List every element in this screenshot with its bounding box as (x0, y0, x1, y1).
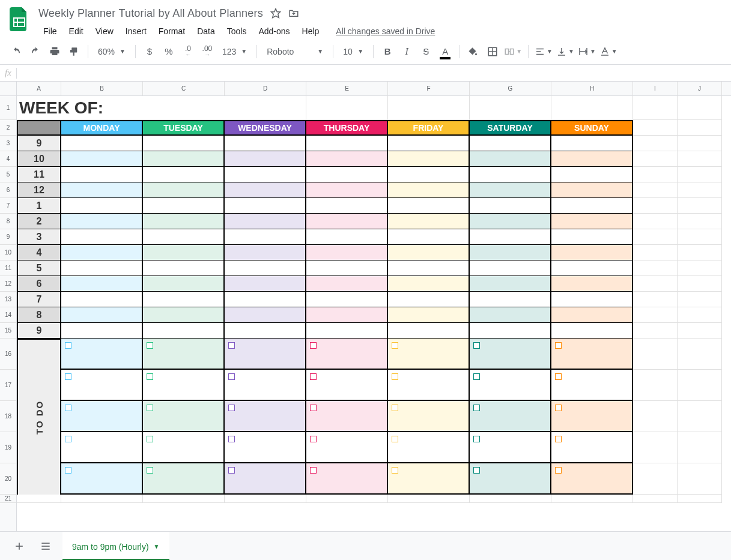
planner-cell[interactable] (225, 182, 306, 198)
planner-cell[interactable] (306, 151, 388, 167)
todo-cell[interactable] (388, 432, 470, 463)
menu-data[interactable]: Data (192, 24, 220, 38)
todo-cell[interactable] (225, 463, 306, 495)
checkbox[interactable] (473, 405, 480, 411)
planner-cell[interactable] (225, 198, 306, 214)
vertical-align-button[interactable]: ▼ (555, 43, 575, 61)
planner-cell[interactable] (388, 214, 470, 229)
planner-cell[interactable] (225, 323, 306, 339)
row-header[interactable]: 21 (0, 495, 16, 503)
checkbox[interactable] (473, 373, 480, 380)
select-all-corner[interactable] (0, 82, 16, 96)
sheet-tab[interactable]: 9am to 9pm (Hourly) ▼ (62, 532, 169, 561)
checkbox[interactable] (555, 467, 562, 474)
text-rotation-button[interactable]: ▼ (598, 43, 619, 61)
planner-cell[interactable] (61, 292, 143, 307)
planner-cell[interactable] (388, 260, 470, 276)
column-header[interactable]: J (678, 82, 722, 95)
planner-cell[interactable] (225, 307, 306, 323)
add-sheet-button[interactable] (10, 537, 29, 556)
formula-input[interactable] (22, 65, 726, 81)
planner-cell[interactable] (470, 229, 551, 245)
row-header[interactable]: 6 (0, 182, 16, 198)
cell[interactable] (633, 229, 678, 245)
day-header[interactable]: THURSDAY (306, 120, 388, 136)
cell[interactable] (470, 96, 551, 120)
todo-cell[interactable] (306, 401, 388, 432)
cell[interactable] (470, 495, 551, 503)
planner-cell[interactable] (551, 182, 633, 198)
column-header[interactable]: A (17, 82, 61, 95)
column-header[interactable]: H (551, 82, 633, 95)
planner-cell[interactable] (61, 198, 143, 214)
todo-cell[interactable] (61, 432, 143, 463)
checkbox[interactable] (147, 342, 153, 349)
planner-cell[interactable] (306, 323, 388, 339)
planner-cell[interactable] (225, 136, 306, 151)
planner-cell[interactable] (225, 276, 306, 292)
cell[interactable] (388, 96, 470, 120)
row-header[interactable]: 14 (0, 307, 16, 323)
planner-cell[interactable] (551, 136, 633, 151)
planner-cell[interactable] (388, 167, 470, 182)
font-size-select[interactable]: 10▼ (338, 43, 368, 61)
row-header[interactable]: 10 (0, 245, 16, 260)
day-header[interactable]: TUESDAY (143, 120, 225, 136)
time-label[interactable]: 7 (17, 292, 61, 307)
todo-cell[interactable] (143, 401, 225, 432)
cell[interactable] (388, 495, 470, 503)
format-currency-button[interactable]: $ (141, 43, 159, 61)
cell[interactable] (678, 370, 722, 401)
cell[interactable] (633, 463, 678, 495)
cell[interactable] (678, 151, 722, 167)
planner-cell[interactable] (388, 292, 470, 307)
planner-cell[interactable] (551, 292, 633, 307)
column-header[interactable]: G (470, 82, 551, 95)
save-status[interactable]: All changes saved in Drive (336, 26, 435, 36)
column-header[interactable]: D (225, 82, 306, 95)
text-wrap-button[interactable]: ▼ (577, 43, 597, 61)
planner-cell[interactable] (61, 229, 143, 245)
cell[interactable] (678, 323, 722, 339)
row-header[interactable]: 4 (0, 151, 16, 167)
planner-cell[interactable] (225, 167, 306, 182)
day-header[interactable]: WEDNESDAY (225, 120, 306, 136)
cell[interactable] (633, 245, 678, 260)
move-to-folder-icon[interactable] (288, 8, 299, 19)
bold-button[interactable]: B (378, 43, 396, 61)
cell[interactable] (225, 96, 306, 120)
column-header[interactable]: F (388, 82, 470, 95)
day-header[interactable]: FRIDAY (388, 120, 470, 136)
planner-cell[interactable] (388, 182, 470, 198)
planner-cell[interactable] (388, 198, 470, 214)
planner-cell[interactable] (306, 307, 388, 323)
cell[interactable] (633, 370, 678, 401)
cell[interactable] (17, 495, 61, 503)
planner-cell[interactable] (61, 182, 143, 198)
time-label[interactable]: 11 (17, 167, 61, 182)
planner-cell[interactable] (470, 292, 551, 307)
menu-view[interactable]: View (91, 24, 118, 38)
planner-cell[interactable] (388, 245, 470, 260)
planner-cell[interactable] (306, 136, 388, 151)
cell[interactable] (551, 495, 633, 503)
todo-cell[interactable] (225, 432, 306, 463)
cell[interactable] (678, 276, 722, 292)
app-logo[interactable] (7, 7, 31, 31)
text-color-button[interactable]: A (436, 43, 454, 61)
cell[interactable] (551, 96, 633, 120)
todo-cell[interactable] (306, 463, 388, 495)
cell[interactable] (633, 292, 678, 307)
checkbox[interactable] (310, 405, 317, 411)
cell[interactable] (633, 182, 678, 198)
row-header[interactable]: 5 (0, 167, 16, 182)
time-label[interactable]: 6 (17, 276, 61, 292)
todo-cell[interactable] (551, 339, 633, 370)
planner-cell[interactable] (551, 307, 633, 323)
checkbox[interactable] (392, 436, 398, 442)
cell[interactable] (633, 401, 678, 432)
todo-cell[interactable] (143, 339, 225, 370)
planner-cell[interactable] (143, 167, 225, 182)
cell[interactable] (678, 495, 722, 503)
planner-cell[interactable] (61, 323, 143, 339)
